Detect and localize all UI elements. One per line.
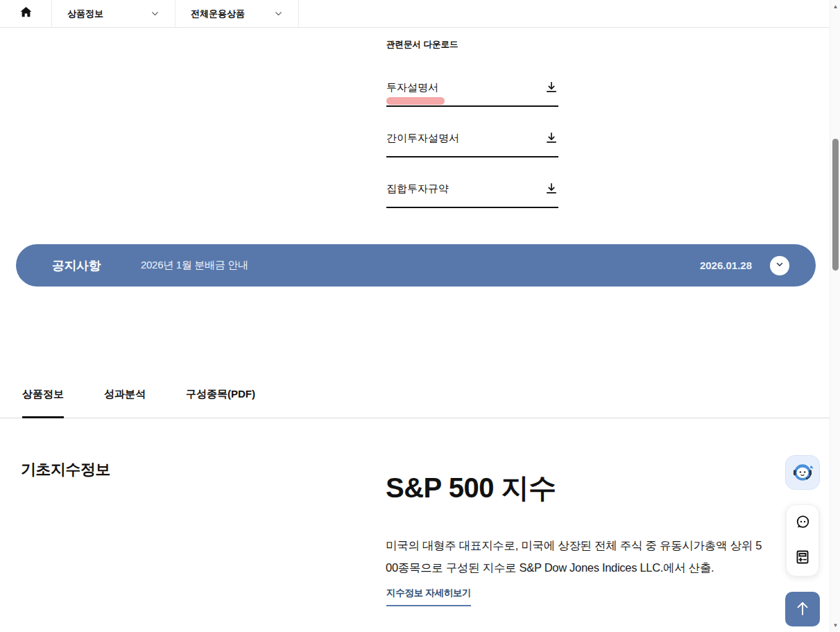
tab-product-info[interactable]: 상품정보: [22, 388, 64, 418]
related-docs-grid: 투자설명서 간이투자설명서 집합투자규약: [386, 80, 753, 232]
notice-date: 2026.01.28: [700, 259, 752, 271]
scrollbar-down-arrow[interactable]: ▼: [830, 620, 840, 631]
nav-dropdown-label: 상품정보: [67, 8, 103, 20]
download-icon: [545, 182, 558, 196]
scroll-to-top-button[interactable]: [785, 592, 820, 626]
tab-performance[interactable]: 성과분석: [104, 388, 146, 418]
scrollbar-thumb[interactable]: [832, 139, 839, 271]
chevron-down-icon: [274, 9, 283, 18]
index-description: 미국의 대형주 대표지수로, 미국에 상장된 전체 주식 중 유동시가총액 상위…: [386, 534, 766, 579]
download-icon: [545, 80, 558, 94]
calculator-icon: [794, 549, 811, 567]
notice-badge: 공지사항: [52, 257, 101, 274]
download-item-label: 간이투자설명서: [386, 130, 459, 146]
index-name-heading: S&P 500 지수: [386, 469, 556, 507]
download-icon: [545, 131, 558, 145]
nav-dropdown-product-info[interactable]: 상품정보: [52, 0, 175, 27]
tab-constituents-pdf[interactable]: 구성종목(PDF): [186, 388, 255, 418]
download-item-prospectus[interactable]: 투자설명서: [386, 80, 558, 107]
nav-dropdown-label: 전체운용상품: [191, 8, 245, 20]
scrollbar-up-arrow[interactable]: ▲: [830, 1, 840, 12]
pink-highlight-marker: [386, 97, 445, 105]
chat-consult-button[interactable]: [786, 506, 819, 540]
home-icon: [19, 6, 33, 22]
top-navbar: 상품정보 전체운용상품: [0, 0, 830, 28]
notice-expand-button[interactable]: [770, 256, 789, 275]
speech-bubble-icon: [794, 513, 812, 533]
chatbot-robot-icon: [790, 459, 815, 486]
download-item-trust-terms[interactable]: 집합투자규약: [386, 181, 558, 208]
content-tabs: 상품정보 성과분석 구성종목(PDF): [0, 378, 830, 418]
home-button[interactable]: [0, 0, 52, 27]
download-item-simplified-prospectus[interactable]: 간이투자설명서: [386, 130, 558, 157]
nav-dropdown-all-products[interactable]: 전체운용상품: [175, 0, 299, 27]
notice-message[interactable]: 2026년 1월 분배금 안내: [141, 259, 248, 272]
vertical-scrollbar[interactable]: ▲ ▼: [830, 0, 840, 632]
download-item-label: 집합투자규약: [386, 181, 449, 196]
index-detail-link[interactable]: 지수정보 자세히보기: [386, 587, 471, 606]
download-item-label: 투자설명서: [386, 80, 438, 95]
notice-bar[interactable]: 공지사항 2026년 1월 분배금 안내 2026.01.28: [16, 244, 816, 287]
chevron-down-icon: [775, 259, 785, 271]
section-title-index-info: 기초지수정보: [21, 459, 110, 480]
arrow-up-icon: [794, 599, 812, 620]
chatbot-button[interactable]: [785, 455, 820, 490]
related-docs-title: 관련문서 다운로드: [386, 39, 753, 51]
related-docs-section: 관련문서 다운로드 투자설명서 간이투자설명서 집합투자규약: [386, 39, 753, 232]
chevron-down-icon: [151, 9, 160, 18]
floating-tools-panel: [786, 504, 819, 577]
calculator-button[interactable]: [786, 541, 819, 574]
